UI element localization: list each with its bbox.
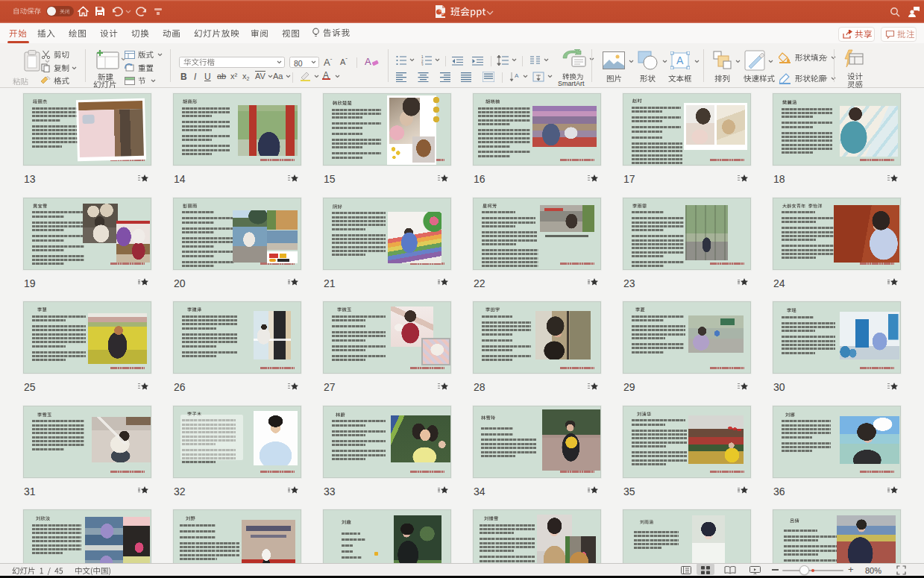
svg-text:1: 1 xyxy=(421,55,424,59)
svg-text:A: A xyxy=(676,54,684,66)
svg-text:A: A xyxy=(515,72,519,79)
svg-text:A: A xyxy=(365,56,371,67)
svg-text:3: 3 xyxy=(421,63,424,66)
